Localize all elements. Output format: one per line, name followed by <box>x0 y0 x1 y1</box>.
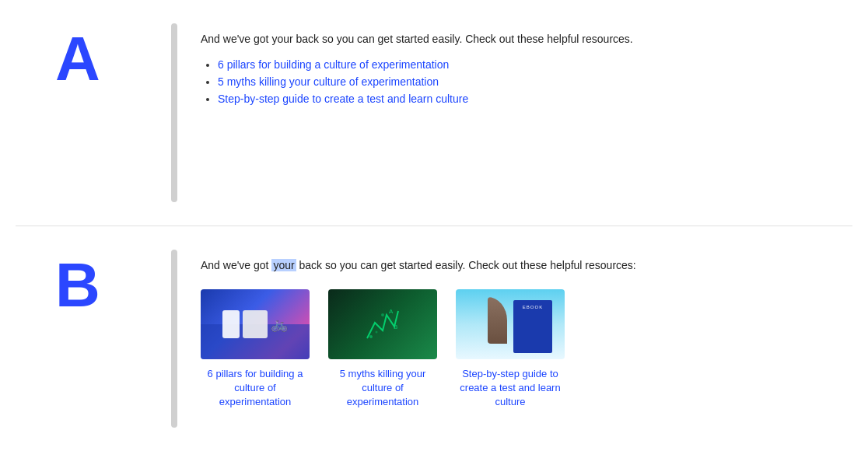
list-item: 5 myths killing your culture of experime… <box>218 75 845 88</box>
bike-icon: 🚲 <box>271 316 288 333</box>
svg-text:B: B <box>394 323 397 330</box>
main-container: A And we've got your back so you can get… <box>0 0 868 451</box>
card-guide[interactable]: Step-by-step guide to create a test and … <box>456 289 565 410</box>
intro-before: And we've got <box>201 259 271 271</box>
card-guide-image <box>456 289 565 359</box>
ebook-icon <box>513 300 552 353</box>
card-guide-label: Step-by-step guide to create a test and … <box>456 367 565 410</box>
link-pillars[interactable]: 6 pillars for building a culture of expe… <box>218 58 449 71</box>
svg-point-2 <box>369 335 373 338</box>
divider-b <box>171 250 177 428</box>
link-guide[interactable]: Step-by-step guide to create a test and … <box>218 93 468 105</box>
variant-a-link-list: 6 pillars for building a culture of expe… <box>201 58 845 105</box>
variant-a-row: A And we've got your back so you can get… <box>0 0 868 226</box>
list-item: Step-by-step guide to create a test and … <box>218 93 845 105</box>
phone-icon <box>222 310 240 338</box>
person-icon <box>468 297 507 344</box>
cards-row: 🚲 6 pillars for building a culture of ex… <box>201 289 845 410</box>
svg-text:A: A <box>389 308 394 315</box>
intro-after: back so you can get started easily. Chec… <box>296 259 636 271</box>
card-pillars[interactable]: 🚲 6 pillars for building a culture of ex… <box>201 289 310 410</box>
variant-b-row: B And we've got your back so you can get… <box>0 226 868 452</box>
variant-a-content: And we've got your back so you can get s… <box>193 23 868 117</box>
intro-highlight: your <box>271 259 296 271</box>
card-pillars-label: 6 pillars for building a culture of expe… <box>201 367 310 410</box>
svg-point-3 <box>376 331 378 334</box>
link-myths[interactable]: 5 myths killing your culture of experime… <box>218 75 439 88</box>
variant-a-intro: And we've got your back so you can get s… <box>201 31 845 47</box>
card-myths-label: 5 myths killing your culture of experime… <box>328 367 437 410</box>
card-myths-image: A B <box>328 289 437 359</box>
card-pillars-image: 🚲 <box>201 289 310 359</box>
card-myths[interactable]: A B 5 myths killing your culture of expe… <box>328 289 437 410</box>
tablet-icon <box>243 310 268 338</box>
divider-a <box>171 23 177 202</box>
myths-svg: A B <box>359 299 406 346</box>
variant-a-label: A <box>0 23 156 95</box>
list-item: 6 pillars for building a culture of expe… <box>218 58 845 71</box>
variant-b-content: And we've got your back so you can get s… <box>193 250 868 418</box>
variant-b-label: B <box>0 250 156 321</box>
variant-b-intro: And we've got your back so you can get s… <box>201 257 845 274</box>
abstract-shape: A B <box>359 299 406 348</box>
svg-point-4 <box>381 313 384 316</box>
